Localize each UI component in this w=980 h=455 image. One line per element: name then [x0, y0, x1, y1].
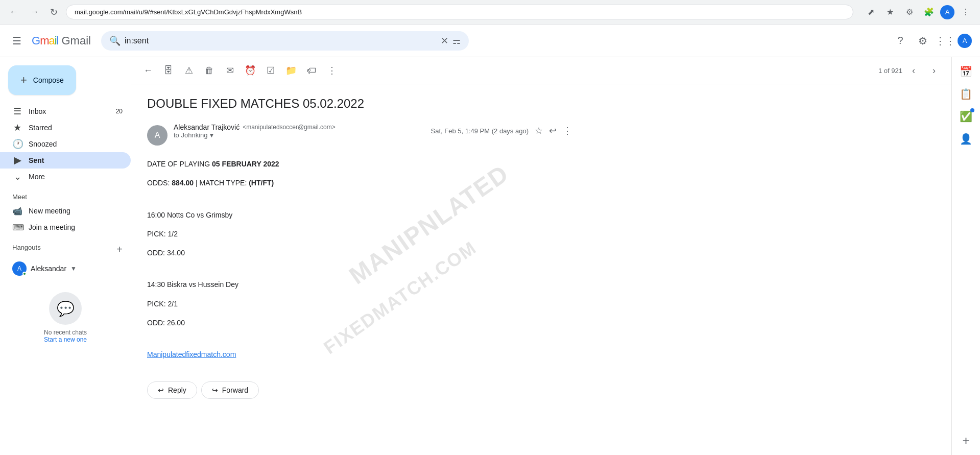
browser-share-button[interactable]: ⬈: [863, 4, 879, 20]
search-filter-button[interactable]: ⚎: [452, 35, 461, 46]
chat-bubble-icon: 💬: [49, 292, 82, 325]
settings-button[interactable]: ⚙: [913, 31, 933, 51]
email-actions: ☆ ↩ ⋮: [533, 123, 574, 138]
hangout-avatar: A: [12, 261, 27, 276]
to-info[interactable]: to Johnking ▼: [174, 131, 425, 139]
sidebar-item-join-meeting[interactable]: ⌨ Join a meeting: [0, 219, 131, 235]
sidebar-item-inbox[interactable]: ☰ Inbox 20: [0, 103, 131, 119]
compose-plus-icon: +: [20, 74, 27, 87]
inbox-label: Inbox: [29, 107, 110, 115]
meet-section-label: Meet: [0, 189, 131, 203]
hangout-user-aleksandar[interactable]: A Aleksandar ▼: [12, 259, 123, 278]
compose-button[interactable]: + Compose: [8, 65, 76, 95]
new-meeting-label: New meeting: [29, 207, 70, 215]
start-new-chat-link[interactable]: Start a new one: [44, 336, 87, 343]
email-body-link[interactable]: Manipulatedfixedmatch.com: [147, 350, 236, 358]
add-hangout-button[interactable]: +: [116, 244, 123, 255]
browser-profile-circle[interactable]: A: [940, 5, 954, 19]
back-to-list-button[interactable]: ←: [139, 61, 157, 80]
more-icon: ⌄: [12, 171, 22, 182]
body-line-1: DATE OF PLAYING 05 FEBRUARY 2022: [147, 158, 574, 171]
browser-puzzle-button[interactable]: 🧩: [921, 4, 937, 20]
inbox-badge: 20: [116, 108, 123, 115]
email-area: MANIPNLATED FIXEDMATCH.COM ← 🗄 ⚠ 🗑 ✉ ⏰ ☑…: [131, 57, 951, 455]
browser-right-icons: ⬈ ★ ⚙ 🧩 A ⋮: [863, 4, 974, 20]
hangouts-section: Hangouts + A Aleksandar ▼: [0, 240, 131, 280]
browser-forward-button[interactable]: →: [27, 5, 42, 19]
body-odd2: ODD: 26.00: [147, 317, 574, 329]
star-email-button[interactable]: ☆: [533, 123, 545, 138]
search-clear-button[interactable]: ✕: [441, 35, 448, 46]
browser-extension-button[interactable]: ⚙: [901, 4, 918, 20]
help-button[interactable]: ?: [890, 31, 911, 51]
reply-email-button[interactable]: ↩: [547, 123, 559, 138]
snoozed-label: Snoozed: [29, 140, 123, 148]
pagination: 1 of 921 ‹ ›: [878, 61, 943, 80]
search-bar[interactable]: 🔍 ✕ ⚎: [101, 31, 469, 51]
gmail-header: ☰ Gmail Gmail 🔍 ✕ ⚎ ? ⚙ ⋮⋮ A: [0, 25, 980, 57]
browser-bookmark-button[interactable]: ★: [882, 4, 898, 20]
join-meeting-label: Join a meeting: [29, 223, 75, 231]
email-subject: DOUBLE FIXED MATCHES 05.02.2022: [147, 97, 574, 111]
tasks-button[interactable]: ✅: [956, 106, 976, 127]
sidebar-item-new-meeting[interactable]: 📹 New meeting: [0, 203, 131, 219]
snoozed-icon: 🕐: [12, 138, 22, 150]
gmail-body: + Compose ☰ Inbox 20 ★ Starred 🕐 Snoozed…: [0, 57, 980, 455]
sent-icon: ▶: [12, 155, 22, 166]
contacts-button[interactable]: 👤: [956, 129, 976, 149]
email-content: DOUBLE FIXED MATCHES 05.02.2022 A Aleksa…: [131, 84, 590, 373]
browser-bar: ← → ↻ mail.google.com/mail/u/9/#sent/Ktb…: [0, 0, 980, 25]
keep-button[interactable]: 📋: [956, 84, 976, 104]
delete-button[interactable]: 🗑: [200, 61, 219, 80]
hamburger-menu-button[interactable]: ☰: [8, 31, 26, 51]
mark-unread-button[interactable]: ✉: [221, 61, 239, 80]
starred-label: Starred: [29, 124, 123, 132]
browser-back-button[interactable]: ←: [6, 5, 21, 19]
chat-bubble-area: 💬 No recent chats Start a new one: [0, 280, 131, 347]
browser-menu-button[interactable]: ⋮: [958, 4, 974, 20]
more-actions-button[interactable]: ⋮: [323, 61, 341, 80]
task-button[interactable]: ☑: [261, 61, 280, 80]
archive-button[interactable]: 🗄: [159, 61, 178, 80]
body-pick2: PICK: 2/1: [147, 298, 574, 310]
header-right-actions: ? ⚙ ⋮⋮ A: [890, 31, 972, 51]
body-match2: 14:30 Biskra vs Hussein Dey: [147, 278, 574, 291]
gmail-label-text: Gmail: [61, 34, 90, 47]
calendar-button[interactable]: 📅: [956, 61, 976, 82]
search-icon-button[interactable]: 🔍: [109, 35, 121, 46]
move-to-button[interactable]: 📁: [282, 61, 300, 80]
to-label: to Johnking: [174, 131, 208, 139]
body-matchtype-bold: (HT/FT): [249, 179, 274, 187]
address-text: mail.google.com/mail/u/9/#sent/KtbxLxGLg…: [75, 8, 845, 16]
sender-avatar: A: [147, 125, 168, 146]
prev-email-button[interactable]: ‹: [904, 61, 923, 80]
add-addon-button[interactable]: +: [956, 430, 976, 451]
hangout-dropdown-icon[interactable]: ▼: [70, 265, 77, 272]
address-bar[interactable]: mail.google.com/mail/u/9/#sent/KtbxLxGLg…: [66, 5, 853, 19]
browser-refresh-button[interactable]: ↻: [47, 5, 61, 20]
sidebar-item-sent[interactable]: ▶ Sent: [0, 152, 131, 169]
pagination-text: 1 of 921: [878, 67, 902, 75]
forward-icon: ↪: [212, 386, 218, 394]
account-avatar[interactable]: A: [958, 34, 972, 48]
to-dropdown-icon[interactable]: ▼: [209, 132, 215, 139]
forward-button[interactable]: ↪ Forward: [201, 381, 259, 399]
more-email-button[interactable]: ⋮: [561, 123, 574, 138]
reply-area: ↩ Reply ↪ Forward: [131, 373, 951, 415]
apps-button[interactable]: ⋮⋮: [935, 31, 955, 51]
new-meeting-icon: 📹: [12, 206, 22, 216]
forward-label: Forward: [222, 386, 248, 394]
next-email-button[interactable]: ›: [925, 61, 943, 80]
sender-email-address: <manipulatedsoccer@gmail.com>: [243, 124, 336, 131]
body-date-bold: 05 FEBRUARY 2022: [212, 160, 279, 168]
labels-button[interactable]: 🏷: [302, 61, 321, 80]
snooze-button[interactable]: ⏰: [241, 61, 259, 80]
spam-button[interactable]: ⚠: [180, 61, 198, 80]
gmail-logo: Gmail Gmail: [32, 34, 91, 47]
sidebar-item-starred[interactable]: ★ Starred: [0, 119, 131, 136]
reply-button[interactable]: ↩ Reply: [147, 381, 197, 399]
more-label: More: [29, 173, 123, 181]
sidebar-item-more[interactable]: ⌄ More: [0, 169, 131, 185]
sidebar-item-snoozed[interactable]: 🕐 Snoozed: [0, 136, 131, 152]
search-input[interactable]: [125, 36, 437, 45]
